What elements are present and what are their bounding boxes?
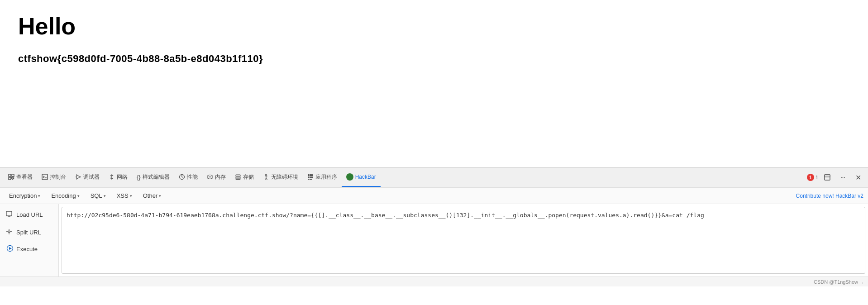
- tab-access-label: 无障碍环境: [271, 173, 298, 181]
- tab-storage-label: 存储: [243, 173, 254, 181]
- split-url-label: Split URL: [16, 229, 41, 236]
- resize-handle[interactable]: ⌟: [861, 278, 863, 285]
- memory-icon: [207, 174, 213, 180]
- xss-label: XSS: [117, 192, 129, 199]
- svg-point-25: [8, 231, 10, 233]
- svg-marker-27: [9, 247, 12, 250]
- svg-rect-0: [9, 174, 11, 176]
- tab-hackbar-label: HackBar: [355, 174, 376, 180]
- encryption-menu[interactable]: Encryption ▾: [5, 191, 45, 201]
- hackbar-main: Load URL Split URL: [0, 204, 868, 276]
- perf-icon: [179, 174, 185, 180]
- svg-rect-24: [6, 211, 12, 216]
- style-icon: {}: [137, 174, 141, 181]
- inspect-icon: [8, 174, 14, 180]
- svg-point-13: [265, 174, 267, 176]
- more-button[interactable]: ···: [836, 171, 849, 184]
- xss-menu[interactable]: XSS ▾: [112, 191, 137, 201]
- tab-apps-label: 应用程序: [315, 173, 337, 181]
- svg-rect-17: [308, 176, 310, 178]
- tab-inspect[interactable]: 查看器: [4, 168, 37, 187]
- svg-rect-11: [236, 176, 240, 178]
- tab-inspect-label: 查看器: [16, 173, 33, 181]
- split-url-icon: [5, 228, 13, 237]
- tab-perf-label: 性能: [187, 173, 198, 181]
- devtools-bar: 查看器 控制台 调试器 网络: [0, 167, 868, 187]
- storage-icon: [235, 174, 241, 180]
- tab-perf[interactable]: 性能: [174, 168, 202, 187]
- hackbar-panel: Encryption ▾ Encoding ▾ SQL ▾ XSS ▾ Othe…: [0, 187, 868, 286]
- sql-label: SQL: [91, 192, 102, 199]
- tab-storage[interactable]: 存储: [230, 168, 258, 187]
- debugger-icon: [75, 174, 81, 180]
- other-label: Other: [143, 192, 158, 199]
- devtools-right-controls: 1 1 ··· ✕: [807, 171, 864, 184]
- tab-console[interactable]: 控制台: [37, 168, 71, 187]
- watermark-text: CSDN @T1ngShow: [814, 279, 858, 285]
- tab-apps[interactable]: 应用程序: [303, 168, 342, 187]
- url-input[interactable]: http://02c95de6-580d-4a71-b794-619eaeb17…: [62, 207, 865, 274]
- encoding-menu[interactable]: Encoding ▾: [47, 191, 84, 201]
- network-icon: [109, 174, 115, 180]
- close-button[interactable]: ✕: [852, 171, 864, 184]
- svg-point-8: [210, 176, 210, 177]
- dock-button[interactable]: [821, 171, 834, 184]
- tab-hackbar[interactable]: HackBar: [342, 168, 381, 187]
- svg-rect-16: [312, 174, 313, 176]
- tab-network-label: 网络: [117, 173, 128, 181]
- other-menu[interactable]: Other ▾: [138, 191, 166, 201]
- error-badge: 1 1: [807, 174, 818, 181]
- hackbar-menu: Encryption ▾ Encoding ▾ SQL ▾ XSS ▾ Othe…: [0, 188, 868, 204]
- svg-rect-15: [310, 174, 312, 176]
- svg-rect-18: [310, 176, 312, 178]
- execute-icon: [6, 245, 14, 253]
- svg-marker-5: [76, 175, 80, 179]
- load-url-label: Load URL: [16, 211, 43, 218]
- tab-access[interactable]: 无障碍环境: [258, 168, 303, 187]
- svg-rect-21: [310, 179, 312, 180]
- main-content: Hello ctfshow{c598d0fd-7005-4b88-8a5b-e8…: [0, 0, 868, 167]
- svg-rect-20: [308, 179, 310, 180]
- split-url-button[interactable]: Split URL: [0, 224, 58, 241]
- svg-rect-12: [236, 178, 240, 180]
- svg-point-7: [209, 176, 210, 177]
- tab-style-label: 样式编辑器: [143, 173, 170, 181]
- sql-menu[interactable]: SQL ▾: [86, 191, 110, 201]
- svg-rect-19: [312, 176, 313, 178]
- svg-rect-10: [236, 175, 240, 176]
- hackbar-bottom-bar: CSDN @T1ngShow ⌟: [0, 276, 868, 286]
- encryption-label: Encryption: [9, 192, 37, 199]
- encoding-label: Encoding: [51, 192, 76, 199]
- hackbar-icon: [346, 173, 353, 181]
- apps-icon: [307, 174, 314, 180]
- tab-debugger[interactable]: 调试器: [71, 168, 104, 187]
- other-arrow: ▾: [159, 194, 161, 198]
- flag-text: ctfshow{c598d0fd-7005-4b88-8a5b-e8d043b1…: [18, 53, 850, 65]
- access-icon: [263, 174, 269, 180]
- svg-rect-14: [308, 174, 310, 176]
- error-icon: 1: [807, 174, 814, 181]
- svg-rect-23: [825, 175, 830, 177]
- sql-arrow: ▾: [104, 194, 106, 198]
- svg-point-9: [210, 176, 211, 177]
- tab-console-label: 控制台: [50, 173, 66, 181]
- hackbar-sidebar: Load URL Split URL: [0, 204, 59, 276]
- tab-network[interactable]: 网络: [104, 168, 132, 187]
- page-title: Hello: [18, 14, 850, 39]
- console-icon: [42, 174, 48, 180]
- svg-rect-1: [12, 174, 14, 176]
- encoding-arrow: ▾: [77, 194, 80, 198]
- url-input-area: http://02c95de6-580d-4a71-b794-619eaeb17…: [59, 204, 868, 276]
- load-url-button[interactable]: Load URL: [0, 206, 58, 224]
- contribute-text[interactable]: Contribute now! HackBar v2: [796, 193, 863, 199]
- tab-memory[interactable]: 内存: [202, 168, 230, 187]
- svg-rect-2: [9, 177, 11, 180]
- execute-label: Execute: [16, 246, 38, 253]
- tab-style[interactable]: {} 样式编辑器: [132, 168, 174, 187]
- tab-memory-label: 内存: [215, 173, 226, 181]
- xss-arrow: ▾: [130, 194, 132, 198]
- error-count: 1: [816, 175, 818, 180]
- encryption-arrow: ▾: [38, 194, 40, 198]
- load-url-icon: [5, 210, 13, 219]
- execute-button[interactable]: Execute: [0, 241, 58, 257]
